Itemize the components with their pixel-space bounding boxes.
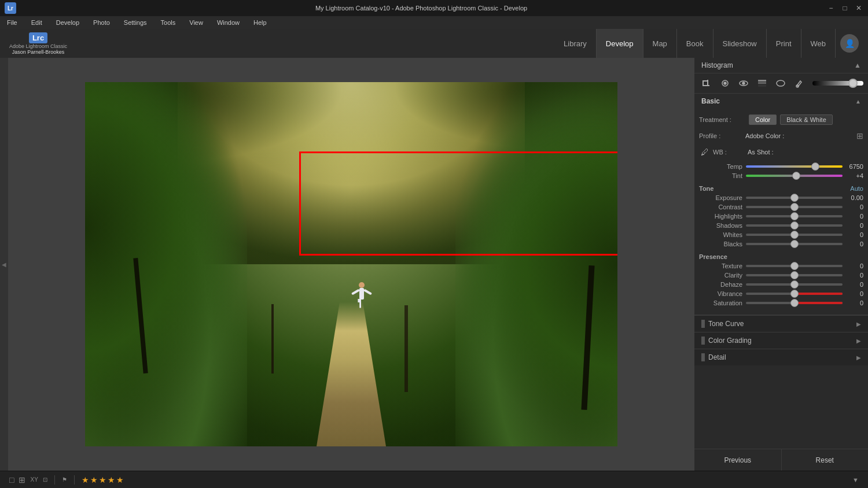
contrast-slider-track[interactable] [746, 206, 843, 208]
crop-tool[interactable] [699, 77, 714, 90]
panels-scroll-area[interactable]: Basic ▲ Treatment : Color Black & White … [694, 94, 868, 449]
shadows-slider-track[interactable] [746, 224, 843, 227]
filmstrip-toggle[interactable]: ▼ [852, 476, 859, 483]
texture-slider-track[interactable] [746, 265, 843, 267]
blacks-slider-row: Blacks 0 [699, 241, 863, 247]
blacks-slider-thumb[interactable] [790, 240, 799, 248]
nav-book[interactable]: Book [677, 29, 713, 58]
brightness-slider[interactable] [812, 81, 863, 86]
star-5: ★ [116, 475, 124, 485]
treatment-bw-button[interactable]: Black & White [780, 114, 832, 125]
svg-point-7 [742, 82, 745, 84]
nav-slideshow[interactable]: Slideshow [713, 29, 767, 58]
saturation-slider-thumb[interactable] [790, 299, 799, 307]
photo-background [85, 82, 617, 446]
adjustment-brush-tool[interactable] [792, 77, 807, 90]
view-single-icon[interactable]: □ [9, 475, 14, 485]
saturation-slider-track[interactable] [746, 302, 843, 304]
whites-slider-track[interactable] [746, 234, 843, 236]
basic-panel-header[interactable]: Basic ▲ [694, 94, 868, 109]
exposure-slider-thumb[interactable] [790, 194, 799, 202]
menu-tools[interactable]: Tools [159, 18, 178, 27]
whites-label: Whites [699, 231, 742, 238]
nav-print[interactable]: Print [767, 29, 801, 58]
highlights-slider-track[interactable] [746, 215, 843, 217]
view-survey-icon[interactable]: ⊡ [43, 476, 47, 483]
separator-1 [54, 475, 55, 485]
menu-photo[interactable]: Photo [91, 18, 112, 27]
menu-file[interactable]: File [5, 18, 20, 27]
menu-view[interactable]: View [187, 18, 205, 27]
blacks-label: Blacks [699, 241, 742, 247]
profile-grid-icon[interactable]: ⊞ [856, 131, 863, 141]
menu-window[interactable]: Window [215, 18, 242, 27]
contrast-slider-thumb[interactable] [790, 203, 799, 211]
texture-value: 0 [846, 263, 863, 269]
heal-tool[interactable] [718, 77, 733, 90]
treatment-color-button[interactable]: Color [749, 114, 777, 125]
tone-curve-arrow-icon: ▶ [856, 321, 861, 327]
detail-left: Detail [701, 353, 726, 361]
minimize-button[interactable]: − [826, 3, 836, 13]
tint-slider-track[interactable] [746, 175, 843, 177]
red-eye-tool[interactable] [736, 77, 751, 90]
brightness-slider-thumb[interactable] [848, 79, 858, 88]
treatment-label: Treatment : [699, 116, 745, 123]
photo-container [8, 58, 694, 471]
clarity-slider-track[interactable] [746, 274, 843, 276]
menu-develop[interactable]: Develop [54, 18, 82, 27]
flag-icon[interactable]: ⚑ [62, 476, 67, 483]
highlights-slider-thumb[interactable] [790, 212, 799, 220]
color-grading-section[interactable]: Color Grading ▶ [694, 332, 868, 349]
histogram-section: Histogram ▲ [694, 58, 868, 73]
close-button[interactable]: ✕ [854, 3, 863, 13]
tint-slider-thumb[interactable] [792, 172, 800, 180]
menubar: File Edit Develop Photo Settings Tools V… [0, 16, 868, 29]
user-name: Jason Parnell-Brookes [12, 49, 65, 55]
vibrance-slider-track[interactable] [746, 293, 843, 295]
left-panel-toggle[interactable]: ◀ [0, 58, 8, 471]
menu-edit[interactable]: Edit [29, 18, 45, 27]
blacks-slider-track[interactable] [746, 243, 843, 245]
graduated-filter-tool[interactable] [755, 77, 770, 90]
dehaze-slider-track[interactable] [746, 283, 843, 286]
nav-web[interactable]: Web [801, 29, 836, 58]
saturation-value: 0 [846, 300, 863, 306]
tone-curve-section[interactable]: Tone Curve ▶ [694, 315, 868, 332]
dehaze-slider-thumb[interactable] [790, 280, 799, 289]
presence-section-label: Presence [699, 250, 863, 263]
shadows-slider-thumb[interactable] [790, 221, 799, 230]
basic-panel: Basic ▲ Treatment : Color Black & White … [694, 94, 868, 315]
histogram-collapse-button[interactable]: ▲ [854, 61, 861, 69]
previous-button[interactable]: Previous [694, 449, 782, 471]
view-grid-icon[interactable]: ⊞ [19, 475, 25, 485]
maximize-button[interactable]: □ [840, 3, 849, 13]
vibrance-slider-thumb[interactable] [790, 290, 799, 298]
reset-button[interactable]: Reset [782, 449, 869, 471]
texture-slider-thumb[interactable] [790, 262, 799, 270]
nav-map[interactable]: Map [643, 29, 677, 58]
nav-library[interactable]: Library [554, 29, 597, 58]
view-xy-toggle[interactable]: XY [30, 476, 38, 483]
tone-label: Tone [699, 185, 713, 192]
radial-filter-tool[interactable] [773, 77, 788, 90]
photo-area [8, 58, 694, 471]
basic-panel-toggle[interactable]: ▲ [855, 98, 861, 105]
clarity-slider-thumb[interactable] [790, 271, 799, 279]
tone-auto-button[interactable]: Auto [850, 185, 863, 192]
temp-slider-thumb[interactable] [811, 162, 819, 171]
whites-slider-thumb[interactable] [790, 231, 799, 239]
exposure-slider-track[interactable] [746, 197, 843, 199]
detail-section[interactable]: Detail ▶ [694, 349, 868, 365]
star-rating[interactable]: ★ ★ ★ ★ ★ [82, 475, 124, 485]
color-grading-arrow-icon: ▶ [856, 338, 861, 344]
nav-develop[interactable]: Develop [597, 29, 643, 58]
menu-help[interactable]: Help [251, 18, 269, 27]
tint-value: +4 [846, 172, 863, 179]
wb-eyedropper-tool[interactable]: 🖊 [699, 146, 711, 158]
separator-2 [74, 475, 75, 485]
temp-slider-track[interactable] [746, 165, 843, 168]
user-icon[interactable]: 👤 [840, 34, 859, 53]
menu-settings[interactable]: Settings [122, 18, 149, 27]
titlebar: Lr My Lightroom Catalog-v10 - Adobe Phot… [0, 0, 868, 16]
